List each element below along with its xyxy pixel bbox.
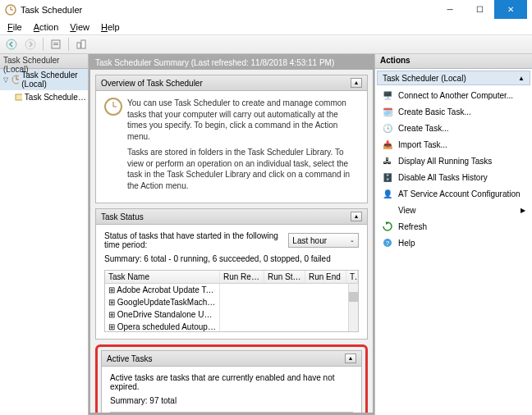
- col-trig[interactable]: Triggered By: [346, 271, 358, 283]
- table-row[interactable]: ⊞ OneDrive Standalone Update Ta...: [105, 308, 358, 321]
- back-button[interactable]: [3, 36, 20, 52]
- collapse-icon[interactable]: ▴: [351, 212, 362, 221]
- toolbar-3[interactable]: [73, 36, 89, 52]
- minimize-button[interactable]: ─: [435, 0, 465, 19]
- task-icon: 🕓: [382, 122, 393, 134]
- refresh-icon: [382, 221, 393, 232]
- action-import[interactable]: 📥Import Task...: [375, 136, 532, 153]
- actions-subheader: Task Scheduler (Local)▲: [377, 71, 530, 85]
- active-summary: Summary: 97 total: [110, 396, 353, 405]
- window-title: Task Scheduler: [21, 5, 435, 15]
- action-help[interactable]: ?Help: [375, 235, 532, 251]
- collapse-icon[interactable]: ▴: [345, 353, 356, 363]
- active-panel: Active Tasks▴ Active tasks are tasks tha…: [101, 350, 362, 413]
- col-start[interactable]: Run Start: [264, 271, 305, 283]
- svg-rect-6: [53, 43, 58, 43]
- svg-rect-8: [77, 43, 80, 48]
- tree-pane: Task Scheduler (Local) ▽ Task Scheduler …: [0, 54, 89, 415]
- overview-title: Overview of Task Scheduler: [101, 79, 203, 88]
- scrollbar[interactable]: [348, 284, 358, 331]
- highlight-box: Active Tasks▴ Active tasks are tasks tha…: [95, 344, 368, 413]
- forward-button[interactable]: [22, 36, 39, 52]
- overview-p1: You can use Task Scheduler to create and…: [127, 98, 359, 142]
- action-at-service[interactable]: 👤AT Service Account Configuration: [375, 185, 532, 202]
- menubar: File Action View Help: [0, 19, 532, 34]
- running-icon: 🖧: [382, 155, 393, 166]
- svg-rect-9: [81, 40, 85, 48]
- help-icon: ?: [382, 237, 393, 249]
- menu-action[interactable]: Action: [28, 21, 65, 34]
- tree-twisty[interactable]: ▽: [3, 76, 9, 84]
- svg-rect-7: [53, 44, 58, 45]
- tree-library-label: Task Scheduler Library: [25, 93, 86, 102]
- col-end[interactable]: Run End: [305, 271, 346, 283]
- actions-header: Actions: [375, 54, 532, 69]
- status-title: Task Status: [101, 212, 144, 221]
- action-connect[interactable]: 🖥️Connect to Another Computer...: [375, 87, 532, 103]
- menu-help[interactable]: Help: [95, 21, 126, 34]
- status-table: Task Name Run Result Run Start Run End T…: [104, 270, 359, 332]
- period-dropdown[interactable]: Last hour⌄: [288, 233, 359, 248]
- history-icon: 🗄️: [382, 171, 393, 183]
- menu-file[interactable]: File: [2, 21, 28, 34]
- status-panel: Task Status▴ Status of tasks that have s…: [95, 208, 368, 340]
- action-disable-history[interactable]: 🗄️Disable All Tasks History: [375, 169, 532, 185]
- computer-icon: 🖥️: [382, 89, 393, 101]
- overview-p2: Tasks are stored in folders in the Task …: [127, 147, 359, 191]
- tree-header: Task Scheduler (Local): [0, 54, 88, 69]
- active-table: Task Name Next Run Time Triggers Locatio…: [110, 412, 353, 413]
- titlebar: Task Scheduler ─ ☐ ✕: [0, 0, 532, 19]
- col-name[interactable]: Task Name: [105, 271, 220, 283]
- action-refresh[interactable]: Refresh: [375, 218, 532, 235]
- svg-text:?: ?: [386, 239, 390, 247]
- account-icon: 👤: [382, 188, 393, 199]
- toolbar-2[interactable]: [48, 36, 64, 52]
- tree-library[interactable]: Task Scheduler Library: [0, 90, 88, 103]
- overview-panel: Overview of Task Scheduler▴ You can use …: [95, 75, 368, 203]
- table-row[interactable]: ⊞ GoogleUpdateTaskMachineCor...: [105, 296, 358, 308]
- table-row[interactable]: ⊞ Opera scheduled Autoupdate 1...: [105, 321, 358, 331]
- svg-point-4: [25, 39, 35, 49]
- close-button[interactable]: ✕: [494, 0, 527, 19]
- table-row[interactable]: ⊞ Adobe Acrobat Update Task (la...: [105, 284, 358, 296]
- import-icon: 📥: [382, 139, 393, 150]
- clock-icon: [104, 98, 122, 116]
- status-summary: Summary: 6 total - 0 running, 6 succeede…: [104, 254, 359, 263]
- svg-point-3: [7, 39, 16, 49]
- center-header: Task Scheduler Summary (Last refreshed: …: [90, 56, 373, 70]
- tree-root-label: Task Scheduler (Local): [21, 71, 86, 89]
- action-view[interactable]: View▶: [375, 202, 532, 218]
- wizard-icon: 🗓️: [382, 106, 393, 117]
- action-create-task[interactable]: 🕓Create Task...: [375, 120, 532, 136]
- toolbar: [0, 34, 532, 54]
- action-create-basic[interactable]: 🗓️Create Basic Task...: [375, 103, 532, 120]
- collapse-icon[interactable]: ▴: [351, 78, 362, 88]
- app-icon: [5, 4, 16, 16]
- menu-view[interactable]: View: [64, 21, 95, 34]
- active-title: Active Tasks: [107, 354, 152, 363]
- maximize-button[interactable]: ☐: [465, 0, 494, 19]
- svg-rect-13: [16, 94, 22, 100]
- col-result[interactable]: Run Result: [220, 271, 264, 283]
- active-desc: Active tasks are tasks that are currentl…: [110, 373, 353, 391]
- status-line: Status of tasks that have started in the…: [104, 231, 288, 249]
- center-pane: Task Scheduler Summary (Last refreshed: …: [89, 54, 374, 415]
- action-running[interactable]: 🖧Display All Running Tasks: [375, 153, 532, 169]
- actions-pane: Actions Task Scheduler (Local)▲ 🖥️Connec…: [374, 54, 532, 415]
